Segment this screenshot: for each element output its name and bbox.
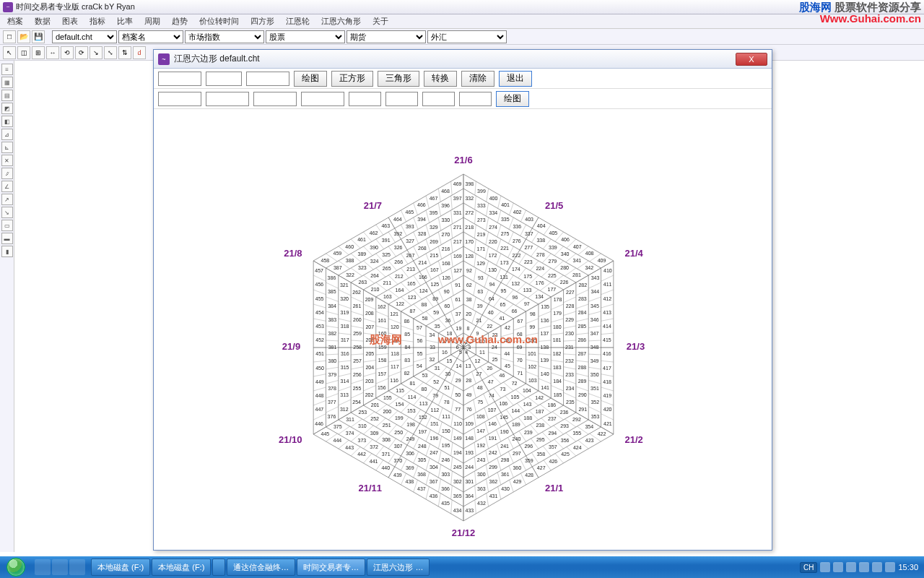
vt-icon[interactable]: ◧ (1, 116, 13, 127)
drop-market[interactable]: 市场指数 (185, 30, 264, 43)
open-file-icon[interactable]: 📂 (17, 30, 30, 43)
task-button[interactable]: 本地磁盘 (F:) (152, 558, 211, 576)
menu-item[interactable]: 江恩六角形 (317, 14, 365, 28)
task-button[interactable] (212, 558, 225, 576)
ql-icon[interactable] (52, 559, 68, 575)
tool2-icon[interactable]: ↔ (46, 46, 59, 59)
tray-icon[interactable] (872, 562, 882, 572)
lang-indicator[interactable]: CH (800, 562, 817, 573)
vt-icon[interactable]: ⊾ (1, 142, 13, 153)
clear-button[interactable]: 清除 (461, 71, 494, 87)
vt-icon[interactable]: ◩ (1, 103, 13, 114)
vt-icon[interactable]: ↗ (1, 194, 13, 205)
svg-text:292: 292 (572, 417, 581, 422)
svg-text:467: 467 (430, 196, 438, 201)
svg-text:169: 169 (453, 254, 462, 259)
square-button[interactable]: 正方形 (331, 71, 373, 87)
tool2-icon[interactable]: ⟲ (61, 46, 74, 59)
vt-icon[interactable]: ⫽ (1, 168, 13, 179)
vt-icon[interactable]: ∠ (1, 181, 13, 192)
task-button[interactable]: 江恩六边形 … (367, 558, 430, 576)
d2-input[interactable] (349, 92, 381, 106)
tool2-icon[interactable]: ⤡ (104, 46, 117, 59)
svg-text:345: 345 (590, 303, 599, 309)
menu-item[interactable]: 江恩轮 (282, 14, 314, 28)
tray-icon[interactable] (833, 562, 843, 572)
menu-item[interactable]: 周期 (140, 14, 165, 28)
svg-text:409: 409 (598, 258, 606, 263)
drop-archive[interactable]: 档案名 (118, 30, 183, 43)
tray-icon[interactable] (820, 562, 830, 572)
draw-button[interactable]: 绘图 (294, 71, 327, 87)
tray-icon[interactable] (859, 562, 869, 572)
drop-forex[interactable]: 外汇 (427, 30, 507, 43)
menu-item[interactable]: 数据 (30, 14, 55, 28)
svg-text:197: 197 (418, 429, 427, 434)
menu-item[interactable]: 趋势 (167, 14, 192, 28)
svg-text:45: 45 (505, 363, 510, 368)
svg-text:412: 412 (603, 296, 611, 301)
dialog-titlebar[interactable]: ~ 江恩六边形 default.cht X (154, 50, 772, 69)
vt-icon[interactable]: ⊿ (1, 129, 13, 140)
tool2-icon[interactable]: ◫ (17, 46, 30, 59)
convert-button[interactable]: 转换 (424, 71, 457, 87)
vt-icon[interactable]: ✕ (1, 155, 13, 166)
triangle-button[interactable]: 三角形 (378, 71, 419, 87)
d1-input-2[interactable] (206, 72, 242, 86)
svg-line-562 (451, 181, 452, 195)
task-button[interactable]: 本地磁盘 (F:) (91, 558, 150, 576)
svg-text:21/11: 21/11 (359, 483, 383, 493)
drop-futures[interactable]: 期货 (346, 30, 426, 43)
svg-text:233: 233 (565, 372, 574, 377)
ql-icon[interactable] (35, 559, 51, 575)
d1-input-3[interactable] (246, 72, 289, 86)
vt-icon[interactable]: ▤ (1, 90, 13, 101)
task-button[interactable]: 时间交易者专… (297, 558, 365, 576)
save-file-icon[interactable]: 💾 (32, 30, 45, 43)
d2-input[interactable] (206, 92, 249, 106)
vt-icon[interactable]: ▮ (1, 246, 13, 257)
draw2-button[interactable]: 绘图 (496, 91, 529, 107)
d2-input[interactable] (158, 92, 201, 106)
tray-icon[interactable] (885, 562, 895, 572)
tool2-icon[interactable]: ↘ (90, 46, 103, 59)
vt-icon[interactable]: ▬ (1, 233, 13, 244)
start-button[interactable] (0, 556, 32, 578)
menu-item[interactable]: 图表 (58, 14, 82, 28)
vt-icon[interactable]: ▭ (1, 220, 13, 231)
close-button[interactable]: X (736, 53, 767, 66)
menu-item[interactable]: 档案 (3, 14, 27, 28)
new-file-icon[interactable]: □ (3, 30, 16, 43)
tool2-icon[interactable]: ⇅ (118, 46, 131, 59)
svg-line-507 (601, 374, 614, 376)
tool2-icon[interactable]: d (133, 46, 146, 59)
task-button[interactable]: 通达信金融终… (227, 558, 295, 576)
svg-line-316 (474, 457, 476, 470)
tool2-icon[interactable]: ⟳ (75, 46, 88, 59)
exit-button[interactable]: 退出 (499, 71, 532, 87)
vt-icon[interactable]: ↘ (1, 207, 13, 218)
d2-input[interactable] (459, 92, 492, 106)
tool2-icon[interactable]: ↖ (3, 46, 16, 59)
tray-icon[interactable] (846, 562, 856, 572)
d1-input-1[interactable] (158, 72, 201, 86)
menu-item[interactable]: 四方形 (246, 14, 279, 28)
vt-icon[interactable]: ▦ (1, 77, 13, 88)
menu-item[interactable]: 关于 (368, 14, 393, 28)
vt-icon[interactable]: ≡ (1, 64, 13, 75)
tool2-icon[interactable]: ⊞ (32, 46, 45, 59)
d2-input[interactable] (422, 92, 455, 106)
svg-text:205: 205 (366, 351, 375, 356)
drop-stock[interactable]: 股票 (266, 30, 345, 43)
d2-input[interactable] (253, 92, 297, 106)
menu-item[interactable]: 价位转时间 (195, 14, 243, 28)
svg-line-235 (474, 239, 476, 253)
d2-input[interactable] (385, 92, 418, 106)
svg-line-434 (588, 380, 601, 384)
file-select[interactable]: default.cht (52, 30, 117, 43)
svg-text:129: 129 (476, 261, 485, 266)
menu-item[interactable]: 比率 (113, 14, 137, 28)
menu-item[interactable]: 指标 (85, 14, 110, 28)
ql-icon[interactable] (69, 559, 85, 575)
d2-input[interactable] (301, 92, 344, 106)
